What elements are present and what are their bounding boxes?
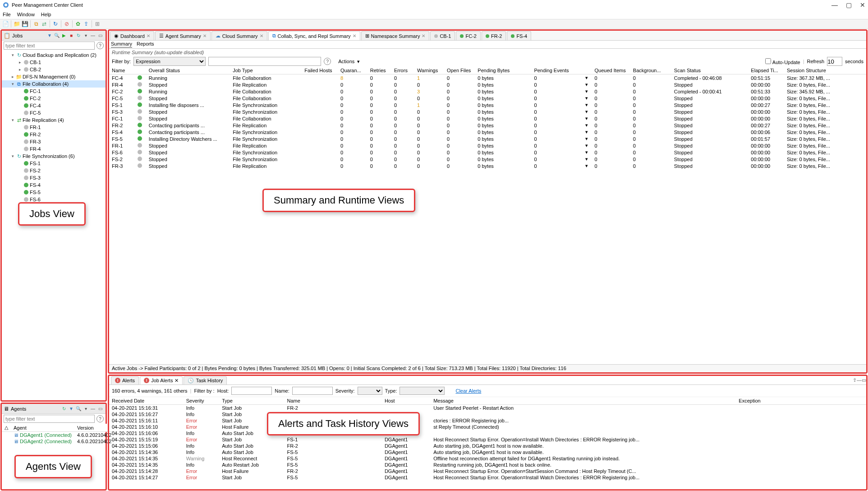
col-header[interactable]: Session Structure xyxy=(784,67,866,74)
alert-row[interactable]: 04-20-2021 15:16:31InfoStart JobFR-2User… xyxy=(109,405,866,412)
twisty-icon[interactable]: ▾ xyxy=(10,154,15,158)
tree-item[interactable]: FR-3 xyxy=(2,138,106,145)
tree-item[interactable]: FS-1 xyxy=(2,160,106,167)
job-row[interactable]: FS-2StoppedFile Synchronization000000 by… xyxy=(109,156,866,162)
col-header[interactable]: Job Type xyxy=(230,67,302,74)
col-header[interactable] xyxy=(583,67,592,74)
tab-fs-4[interactable]: FS-4 xyxy=(507,31,531,40)
alert-row[interactable]: 04-20-2021 15:15:06InfoAuto Start JobFR-… xyxy=(109,443,866,449)
auto-update-checkbox[interactable]: Auto-Update xyxy=(765,58,800,65)
close-icon[interactable]: ✕ xyxy=(260,33,263,38)
job-row[interactable]: FS-4Contacting participants ...File Sync… xyxy=(109,129,866,135)
tool2-icon[interactable]: ⇄ xyxy=(41,20,48,28)
save-icon[interactable]: 💾 xyxy=(21,20,28,28)
alerts-export-icon[interactable]: ⇪ xyxy=(853,377,857,383)
alerts-col-header[interactable]: Name xyxy=(284,397,381,405)
alerts-min-icon[interactable]: — xyxy=(857,377,862,383)
alerts-grid[interactable]: Received DateSeverityTypeNameHostMessage… xyxy=(109,397,866,489)
alerts-col-header[interactable]: Message xyxy=(431,397,736,405)
col-header[interactable]: Overall Status xyxy=(146,67,230,74)
agents-col-agent[interactable]: Agent xyxy=(11,424,74,432)
job-row[interactable]: FS-5Installing Directory Watchers ...Fil… xyxy=(109,135,866,142)
tab-dashboard[interactable]: ◉ Dashboard ✕ xyxy=(110,31,154,40)
alerts-tab[interactable]: 🕓 Task History xyxy=(184,376,227,384)
tree-item[interactable]: FC-2 xyxy=(2,95,106,102)
alert-row[interactable]: 04-20-2021 15:16:06InfoAuto Start JobFS-… xyxy=(109,430,866,436)
alert-row[interactable]: 04-20-2021 15:14:28ErrorHost FailureFR-2… xyxy=(109,468,866,474)
job-row[interactable]: FC-4RunningFile Collaboration800100 byte… xyxy=(109,74,866,82)
tree-item[interactable]: FS-4 xyxy=(2,181,106,189)
col-header[interactable]: Pending Events xyxy=(531,67,583,74)
agents-max-icon[interactable]: ▭ xyxy=(96,405,104,412)
subtab-summary[interactable]: Summary xyxy=(111,41,132,48)
tree-item[interactable]: FC-1 xyxy=(2,88,106,95)
close-icon[interactable]: ✕ xyxy=(353,33,356,38)
alert-row[interactable]: 04-20-2021 15:14:35InfoAuto Restart JobF… xyxy=(109,462,866,468)
col-header[interactable] xyxy=(135,67,146,74)
filter-help-icon[interactable]: ? xyxy=(324,58,331,65)
export-icon[interactable]: ⇪ xyxy=(83,20,90,28)
refresh-icon[interactable]: ↻ xyxy=(52,20,59,28)
alert-row[interactable]: 04-20-2021 15:14:27ErrorStart JobFS-5DGA… xyxy=(109,474,866,481)
search-icon[interactable]: 🔍 xyxy=(53,32,60,39)
alert-row[interactable]: 04-20-2021 15:14:36InfoAuto Start JobFS-… xyxy=(109,449,866,455)
help-icon[interactable]: ? xyxy=(96,42,104,49)
alerts-name-input[interactable] xyxy=(292,387,333,395)
twisty-icon[interactable]: ▾ xyxy=(10,82,15,86)
minimize-view-icon[interactable]: — xyxy=(89,32,96,39)
alerts-severity-select[interactable] xyxy=(358,387,382,395)
tree-item[interactable]: ▸📁DFS-N Management (0) xyxy=(2,73,106,80)
tree-item[interactable]: ▸CB-2 xyxy=(2,66,106,73)
alert-row[interactable]: 04-20-2021 15:16:10ErrorHost FailureFS-4… xyxy=(109,424,866,430)
actions-dropdown[interactable]: Actions ▾ xyxy=(338,59,360,65)
stop-icon[interactable]: ■ xyxy=(68,32,75,39)
col-header[interactable]: Failed Hosts xyxy=(302,67,338,74)
tree-item[interactable]: FS-5 xyxy=(2,189,106,196)
alerts-col-header[interactable]: Received Date xyxy=(109,397,184,405)
tab-fr-2[interactable]: FR-2 xyxy=(482,31,506,40)
job-row[interactable]: FC-1StoppedFile Collaboration000000 byte… xyxy=(109,115,866,122)
close-icon[interactable]: ✕ xyxy=(147,33,150,38)
tree-item[interactable]: FR-2 xyxy=(2,131,106,138)
tab-agent-summary[interactable]: ☰ Agent Summary ✕ xyxy=(155,31,211,40)
agents-sort-icon[interactable]: △ xyxy=(2,424,11,432)
tree-item[interactable]: FR-4 xyxy=(2,145,106,153)
tree-item[interactable]: ▾↻File Synchronization (6) xyxy=(2,153,106,160)
alerts-tab[interactable]: ! Alerts xyxy=(111,376,139,384)
close-icon[interactable]: ✕ xyxy=(203,33,207,38)
tree-item[interactable]: FS-3 xyxy=(2,174,106,181)
alerts-col-header[interactable]: Exception xyxy=(736,397,866,405)
alerts-tab[interactable]: ! Job Alerts ✕ xyxy=(140,376,183,384)
chartview-icon[interactable]: ⊞ xyxy=(94,20,101,28)
alert-row[interactable]: 04-20-2021 15:16:27InfoStart JobFS-4 xyxy=(109,411,866,417)
alerts-col-header[interactable]: Type xyxy=(219,397,284,405)
alerts-host-input[interactable] xyxy=(231,387,272,395)
twisty-icon[interactable]: ▸ xyxy=(17,60,23,65)
tab-collab-sync-and-repl-summary[interactable]: ⧉ Collab, Sync, and Repl Summary ✕ xyxy=(268,31,360,40)
tab-cb-1[interactable]: CB-1 xyxy=(430,31,455,40)
close-icon[interactable]: ✕ xyxy=(175,378,179,384)
close-button[interactable]: ✕ xyxy=(860,1,865,9)
job-row[interactable]: FS-3StoppedFile Synchronization000000 by… xyxy=(109,108,866,115)
filter-by-select[interactable]: Expression xyxy=(133,57,206,66)
agents-menu-icon[interactable]: ▾ xyxy=(82,405,89,412)
alerts-type-select[interactable] xyxy=(400,387,445,395)
col-header[interactable]: Warnings xyxy=(414,67,444,74)
agents-filter-input[interactable] xyxy=(4,415,95,423)
agents-scrollbar[interactable] xyxy=(2,445,106,452)
col-header[interactable]: Quaran... xyxy=(338,67,367,74)
menu-help[interactable]: Help xyxy=(41,12,51,17)
twisty-icon[interactable]: ▸ xyxy=(10,74,15,79)
agent-row[interactable]: 🖥 DGAgent1 (Connected)4.6.0.20210402 xyxy=(2,432,114,439)
agents-help-icon[interactable]: ? xyxy=(96,415,104,422)
job-row[interactable]: FS-6StoppedFile Synchronization000000 by… xyxy=(109,149,866,156)
tree-item[interactable]: FC-5 xyxy=(2,109,106,116)
agents-refresh-icon[interactable]: ↻ xyxy=(60,405,68,412)
job-row[interactable]: FR-3StoppedFile Replication000000 bytes0… xyxy=(109,162,866,169)
job-row[interactable]: FR-1StoppedFile Replication000000 bytes0… xyxy=(109,142,866,149)
twisty-icon[interactable]: ▾ xyxy=(10,53,15,57)
tab-namespace-summary[interactable]: ⊞ Namespace Summary ✕ xyxy=(361,31,430,40)
tree-item[interactable]: FC-4 xyxy=(2,102,106,109)
col-header[interactable]: Queued Items xyxy=(592,67,630,74)
alerts-col-header[interactable]: Severity xyxy=(184,397,219,405)
